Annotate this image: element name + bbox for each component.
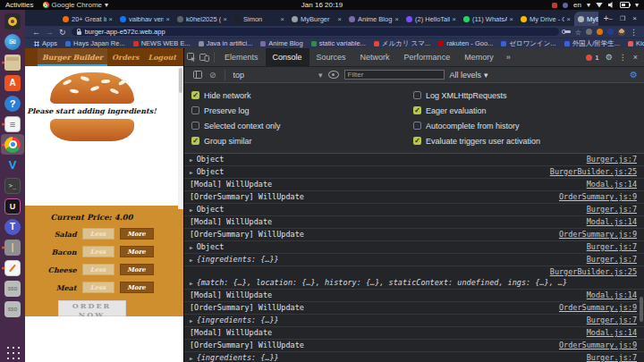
- devtools-tab-network[interactable]: Network: [353, 48, 397, 66]
- nav-item-logout[interactable]: Logout: [144, 48, 181, 66]
- tab-close-icon[interactable]: [566, 15, 571, 23]
- console-setting-selected-context-only[interactable]: Selected context only: [191, 119, 413, 132]
- less-button[interactable]: Less: [82, 264, 114, 275]
- console-source-link[interactable]: Burger.js:7: [587, 316, 637, 324]
- bookmark-item[interactable]: NEWS WEB E...: [133, 39, 191, 47]
- expand-arrow-icon[interactable]: [190, 256, 193, 264]
- nav-item-burger-builder[interactable]: Burger Builder: [38, 48, 107, 66]
- back-button[interactable]: [32, 28, 40, 37]
- console-source-link[interactable]: Modal.js:14: [587, 218, 637, 226]
- tab-close-icon[interactable]: [337, 15, 342, 23]
- password-key-icon[interactable]: [564, 30, 571, 33]
- expand-arrow-icon[interactable]: [190, 156, 193, 164]
- devtools-settings-gear-icon[interactable]: [606, 53, 613, 62]
- browser-tab[interactable]: k0hel2025 (/t: [174, 12, 231, 26]
- console-setting-evaluate-triggers-user-activation[interactable]: Evaluate triggers user activation: [413, 134, 635, 147]
- devtools-tab-sources[interactable]: Sources: [309, 48, 353, 66]
- console-source-link[interactable]: OrderSummary.js:9: [559, 304, 637, 312]
- console-sidebar-icon[interactable]: [191, 71, 204, 79]
- dock-item-music-player[interactable]: [1, 11, 24, 31]
- expand-arrow-icon[interactable]: [190, 243, 193, 251]
- maximize-button[interactable]: [620, 14, 625, 22]
- console-source-link[interactable]: Modal.js:14: [587, 181, 637, 189]
- browser-menu-icon[interactable]: [630, 28, 638, 37]
- expand-arrow-icon[interactable]: [190, 168, 193, 176]
- console-source-link[interactable]: BurgerBuilder.js:25: [550, 268, 637, 276]
- dock-item-chrome[interactable]: [1, 134, 24, 155]
- dock-item-terminal[interactable]: [1, 175, 24, 196]
- browser-tab[interactable]: MyBurger: [288, 12, 345, 26]
- expand-arrow-icon[interactable]: [190, 206, 193, 214]
- inspect-element-icon[interactable]: [184, 53, 198, 62]
- console-source-link[interactable]: Burger.js:7: [587, 256, 637, 264]
- bookmark-item[interactable]: Anime Blog: [260, 39, 302, 47]
- dock-item-text-editor[interactable]: [1, 257, 24, 278]
- bookmark-item[interactable]: Apps: [34, 39, 57, 47]
- browser-tab[interactable]: (11) WhatsApp: [460, 12, 517, 26]
- more-button[interactable]: More: [120, 264, 154, 275]
- activities-button[interactable]: Activities: [5, 1, 34, 9]
- bookmark-item[interactable]: Kickresume: [628, 39, 644, 47]
- browser-tab[interactable]: Anime Blog: [345, 12, 402, 26]
- bookmark-item[interactable]: Java in artifici...: [199, 39, 253, 47]
- extension-icon[interactable]: [586, 29, 592, 35]
- clock[interactable]: Jan 16 20:19: [301, 1, 343, 9]
- bookmark-item[interactable]: 外国人/留学生...: [564, 39, 620, 48]
- devtools-tab-console[interactable]: Console: [266, 48, 309, 66]
- expand-arrow-icon[interactable]: [190, 279, 193, 287]
- bookmark-item[interactable]: Hays Japan Re...: [65, 39, 125, 47]
- bookmark-item[interactable]: static variable...: [311, 39, 366, 47]
- url-field[interactable]: burger-app-e572c.web.app: [72, 28, 559, 36]
- more-button[interactable]: More: [120, 282, 154, 293]
- bookmark-item[interactable]: rakuten - Goo...: [438, 39, 493, 47]
- console-source-link[interactable]: Burger.js:7: [587, 354, 637, 362]
- browser-tab[interactable]: (2) HelloTalk: [402, 12, 460, 26]
- console-filter-input[interactable]: [344, 70, 445, 80]
- tab-close-icon[interactable]: [509, 15, 513, 23]
- extension-icon[interactable]: [597, 29, 603, 35]
- checkbox-icon[interactable]: [413, 91, 421, 99]
- dock-item-sso-b[interactable]: SSO: [1, 299, 24, 319]
- checkbox-icon[interactable]: [413, 137, 421, 145]
- browser-tab[interactable]: Simon: [231, 12, 288, 26]
- dock-item-help[interactable]: [1, 93, 24, 114]
- dock-item-app-grid[interactable]: [1, 341, 24, 362]
- console-setting-autocomplete-from-history[interactable]: Autocomplete from history: [413, 119, 635, 132]
- extension-icon[interactable]: [607, 29, 614, 35]
- tab-close-icon[interactable]: [165, 15, 170, 23]
- tab-close-icon[interactable]: [223, 15, 227, 23]
- console-source-link[interactable]: Burger.js:7: [587, 206, 637, 214]
- checkbox-icon[interactable]: [191, 137, 199, 145]
- console-setting-preserve-log[interactable]: Preserve log: [191, 104, 413, 117]
- console-settings-gear-icon[interactable]: [630, 70, 638, 80]
- dock-item-ubuntu-software[interactable]: [1, 72, 24, 93]
- tab-close-icon[interactable]: [452, 15, 456, 23]
- tab-close-icon[interactable]: [108, 15, 113, 23]
- devtools-tab-performance[interactable]: Performance: [397, 48, 458, 66]
- system-tray[interactable]: en: [552, 1, 644, 9]
- nav-item-orders[interactable]: Orders: [107, 48, 144, 66]
- close-window-button[interactable]: [632, 14, 637, 22]
- more-button[interactable]: More: [120, 228, 154, 240]
- console-setting-group-similar[interactable]: Group similar: [191, 134, 413, 147]
- checkbox-icon[interactable]: [413, 106, 421, 114]
- error-badge[interactable]: 1: [586, 54, 598, 62]
- profile-avatar[interactable]: [618, 29, 625, 36]
- console-source-link[interactable]: Burger.js:7: [587, 156, 637, 164]
- more-tabs-button[interactable]: »: [501, 48, 516, 66]
- browser-tab[interactable]: My Drive - Goo: [517, 12, 574, 26]
- bookmark-item[interactable]: メルカリ スマ...: [374, 39, 430, 48]
- more-button[interactable]: More: [120, 246, 154, 257]
- tab-close-icon[interactable]: [394, 15, 399, 23]
- console-source-link[interactable]: Modal.js:14: [587, 329, 637, 337]
- devtools-scrollbar-thumb[interactable]: [640, 297, 643, 322]
- console-setting-eager-evaluation[interactable]: Eager evaluation: [413, 104, 635, 117]
- expand-arrow-icon[interactable]: [190, 354, 193, 362]
- browser-tab[interactable]: 20+ Great Inte: [59, 12, 116, 26]
- checkbox-icon[interactable]: [191, 91, 199, 99]
- order-now-button[interactable]: ORDER NOW: [58, 300, 126, 316]
- devtools-close-icon[interactable]: [633, 53, 638, 62]
- console-setting-log-xmlhttprequests[interactable]: Log XMLHttpRequests: [413, 88, 635, 102]
- log-levels-select[interactable]: All levels: [450, 71, 488, 80]
- forward-button[interactable]: [46, 28, 54, 37]
